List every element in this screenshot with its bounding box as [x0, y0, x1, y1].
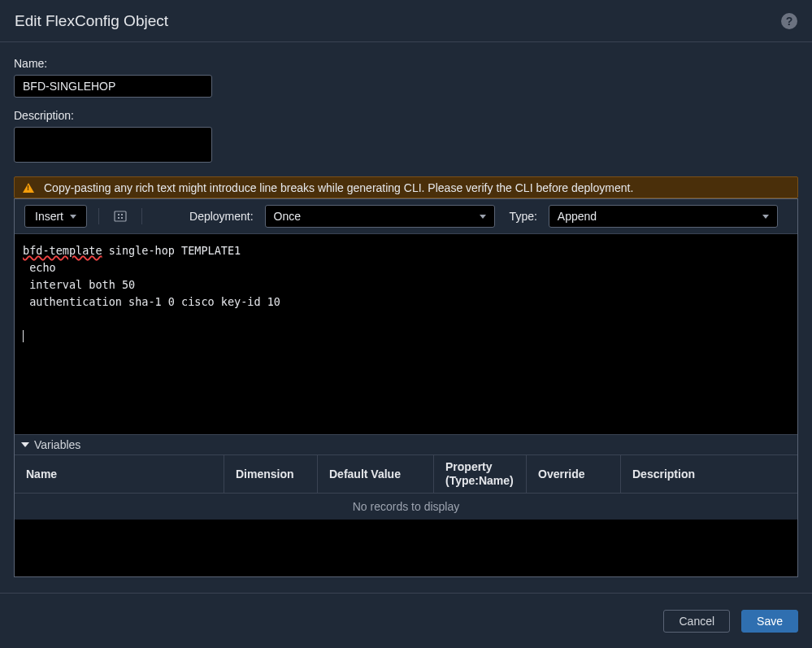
svg-rect-0 [115, 211, 126, 221]
caret-down-icon [70, 215, 76, 219]
code-line1-b: single-hop TEMPLATE1 [102, 244, 241, 257]
editor-box: Insert Deployment: Once Type: [14, 198, 798, 577]
warning-text: Copy-pasting any rich text might introdu… [44, 181, 633, 194]
variables-section: Variables Name Dimension Default Value P… [15, 434, 797, 576]
col-description: Description [621, 455, 797, 493]
description-field-group: Description: [14, 109, 798, 165]
col-default-value: Default Value [318, 455, 434, 493]
code-line2: echo [23, 261, 56, 274]
svg-rect-4 [121, 217, 123, 219]
insert-label: Insert [35, 210, 63, 223]
col-override: Override [527, 455, 621, 493]
svg-rect-2 [121, 214, 123, 215]
no-records-message: No records to display [15, 493, 797, 520]
text-caret [23, 330, 24, 342]
insert-button[interactable]: Insert [24, 205, 87, 228]
code-line1-a: bfd-template [23, 244, 102, 257]
svg-rect-3 [118, 217, 119, 219]
description-input[interactable] [14, 127, 212, 163]
chevron-down-icon [480, 215, 486, 219]
type-value: Append [558, 210, 597, 223]
variables-table: Name Dimension Default Value Property (T… [15, 454, 797, 576]
save-button[interactable]: Save [741, 610, 798, 633]
toolbar-object-icon[interactable] [111, 207, 130, 226]
dialog-body: Name: Description: Copy-pasting any rich… [0, 42, 812, 587]
cancel-button[interactable]: Cancel [663, 610, 730, 633]
col-property: Property (Type:Name) [434, 455, 527, 493]
save-label: Save [757, 615, 783, 628]
name-field-group: Name: [14, 57, 798, 98]
dialog-title: Edit FlexConfig Object [15, 12, 168, 30]
variables-empty-area [15, 520, 797, 576]
variables-header-row: Name Dimension Default Value Property (T… [15, 455, 797, 493]
cancel-label: Cancel [679, 615, 714, 628]
warning-bar: Copy-pasting any rich text might introdu… [14, 176, 798, 198]
deployment-value: Once [274, 210, 301, 223]
dialog-header: Edit FlexConfig Object ? [0, 0, 812, 42]
code-line4: authentication sha-1 0 cisco key-id 10 [23, 295, 280, 308]
code-editor[interactable]: bfd-template single-hop TEMPLATE1 echo i… [15, 234, 797, 434]
variables-title: Variables [34, 438, 80, 451]
type-label: Type: [510, 210, 537, 223]
deployment-label: Deployment: [189, 210, 254, 223]
help-icon[interactable]: ? [781, 13, 797, 29]
toolbar-divider [98, 208, 99, 224]
variables-toggle[interactable]: Variables [15, 435, 797, 454]
deployment-select[interactable]: Once [265, 205, 495, 228]
editor-toolbar: Insert Deployment: Once Type: [15, 199, 797, 234]
col-name: Name [15, 455, 224, 493]
dialog-footer: Cancel Save [0, 593, 812, 648]
warning-icon [23, 183, 34, 193]
chevron-down-icon [762, 215, 769, 219]
name-label: Name: [14, 57, 798, 70]
description-label: Description: [14, 109, 798, 122]
col-dimension: Dimension [224, 455, 318, 493]
svg-rect-1 [118, 214, 119, 215]
name-input[interactable] [14, 75, 212, 98]
type-select[interactable]: Append [549, 205, 778, 228]
code-line3: interval both 50 [23, 278, 135, 291]
disclosure-down-icon [21, 442, 29, 447]
toolbar-divider [141, 208, 142, 224]
